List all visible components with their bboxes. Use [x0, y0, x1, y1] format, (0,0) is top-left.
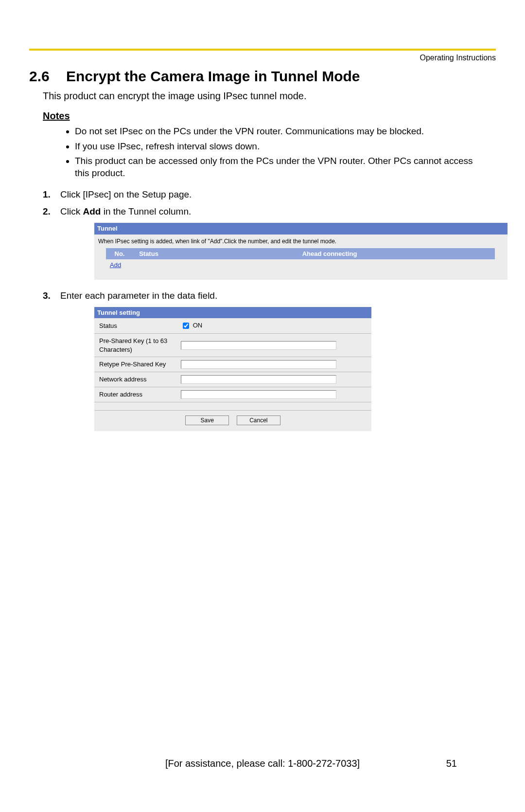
steps-list: Click [IPsec] on the Setup page. Click A…: [43, 188, 496, 431]
step-2: Click Add in the Tunnel column. Tunnel W…: [43, 205, 496, 279]
save-button[interactable]: Save: [185, 415, 229, 425]
note-item: This product can be accessed only from t…: [75, 155, 476, 179]
section-heading: 2.6Encrypt the Camera Image in Tunnel Mo…: [29, 68, 496, 85]
router-address-input[interactable]: [181, 390, 336, 399]
network-address-input[interactable]: [181, 375, 336, 384]
note-item: Do not set IPsec on the PCs under the VP…: [75, 126, 476, 138]
section-title: Encrypt the Camera Image in Tunnel Mode: [66, 68, 360, 84]
psk-label: Pre-Shared Key (1 to 63 Characters): [94, 334, 177, 357]
retype-psk-input[interactable]: [181, 360, 336, 369]
tunnel-setting-panel: Tunnel setting Status ON Pre-Shared Key …: [94, 307, 371, 432]
psk-input[interactable]: [181, 341, 336, 350]
tunnel-panel-title: Tunnel: [94, 223, 508, 235]
status-label: Status: [94, 318, 177, 334]
tunnel-panel: Tunnel When IPsec setting is added, when…: [94, 223, 508, 280]
header-label: Operating Instructions: [29, 54, 496, 62]
section-number: 2.6: [29, 68, 66, 85]
intro-text: This product can encrypt the image using…: [43, 90, 496, 102]
step-3: Enter each parameter in the data field. …: [43, 289, 496, 431]
notes-list: Do not set IPsec on the PCs under the VP…: [61, 126, 496, 180]
col-ahead: Ahead connecting: [164, 248, 495, 260]
tunnel-setting-title: Tunnel setting: [94, 307, 371, 319]
step-1: Click [IPsec] on the Setup page.: [43, 188, 496, 201]
col-status: Status: [133, 248, 164, 260]
router-address-label: Router address: [94, 387, 177, 402]
top-rule: [29, 49, 496, 51]
tunnel-description: When IPsec setting is added, when link o…: [94, 235, 508, 248]
table-row: Add: [106, 259, 495, 271]
status-checkbox-text: ON: [193, 322, 203, 329]
page-number: 51: [446, 758, 457, 769]
note-item: If you use IPsec, refresh interval slows…: [75, 141, 476, 153]
col-no: No.: [106, 248, 133, 260]
notes-heading: Notes: [43, 110, 496, 122]
network-address-label: Network address: [94, 372, 177, 387]
tunnel-table: No. Status Ahead connecting Add: [106, 248, 495, 271]
retype-psk-label: Retype Pre-Shared Key: [94, 357, 177, 372]
status-checkbox[interactable]: [183, 323, 189, 329]
cancel-button[interactable]: Cancel: [237, 415, 280, 425]
add-link[interactable]: Add: [110, 261, 121, 269]
button-row: Save Cancel: [94, 410, 371, 431]
